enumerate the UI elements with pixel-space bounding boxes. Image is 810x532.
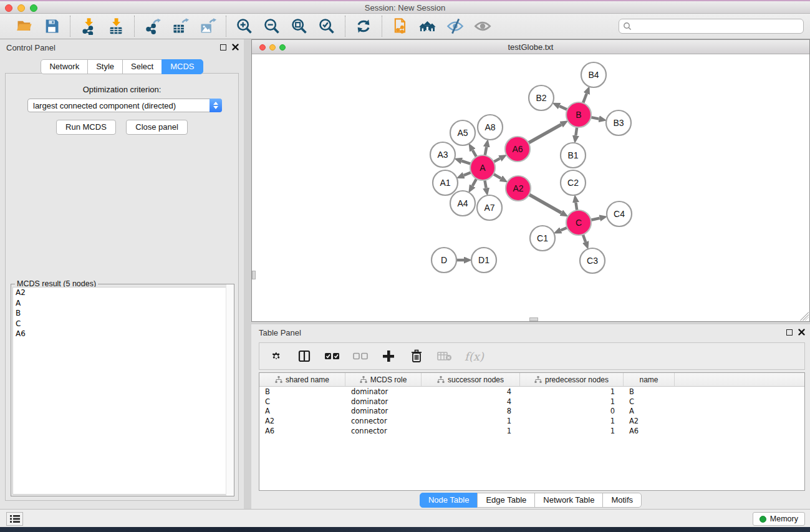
close-panel-button[interactable]: Close panel [126, 120, 188, 135]
export-network-icon[interactable] [143, 17, 162, 36]
mcds-result-item[interactable]: A [13, 298, 232, 309]
table-row[interactable]: A2connector11A2 [259, 416, 804, 426]
select-all-icon[interactable] [324, 348, 340, 364]
table-cell[interactable]: 4 [422, 397, 520, 406]
network-node-label: A3 [437, 150, 448, 160]
table-cell[interactable]: C [259, 397, 345, 406]
search-input[interactable] [634, 22, 799, 31]
mcds-result-scrollbar[interactable] [226, 284, 234, 496]
table-cell[interactable]: 1 [422, 427, 520, 435]
network-node-label: B1 [567, 150, 578, 160]
tab-motifs[interactable]: Motifs [602, 493, 642, 508]
zoom-in-icon[interactable] [235, 17, 254, 36]
export-table-icon[interactable] [171, 17, 190, 36]
tab-mcds[interactable]: MCDS [162, 59, 203, 74]
column-settings-gear-icon[interactable] [268, 348, 284, 364]
resize-grip-icon[interactable] [800, 312, 809, 321]
network-edge-A2-C[interactable] [528, 194, 562, 213]
main-area: Control Panel NetworkStyleSelectMCDS Opt… [0, 39, 810, 509]
column-header[interactable]: MCDS role [345, 373, 422, 386]
table-cell[interactable]: connector [345, 417, 422, 425]
network-node-label: A6 [512, 144, 523, 154]
table-cell[interactable]: 0 [520, 407, 624, 415]
mcds-result-list[interactable]: A2ABCA6 [12, 287, 233, 495]
first-neighbors-icon[interactable] [418, 17, 437, 36]
import-network-icon[interactable] [79, 17, 98, 36]
table-cell[interactable]: 1 [520, 387, 624, 396]
table-cell[interactable]: 1 [520, 417, 624, 425]
close-panel-icon[interactable] [232, 44, 239, 51]
mcds-result-item[interactable]: A2 [13, 288, 232, 298]
float-panel-icon[interactable] [786, 329, 793, 336]
table-cell[interactable]: B [259, 387, 345, 396]
splitter-handle[interactable] [252, 271, 256, 279]
table-cell[interactable]: 4 [422, 387, 520, 396]
table-cell[interactable]: dominator [345, 407, 422, 415]
function-builder-icon[interactable]: f(x) [465, 350, 484, 363]
search-field[interactable] [619, 19, 804, 34]
float-panel-icon[interactable] [220, 44, 226, 51]
splitter-handle[interactable] [529, 317, 538, 321]
network-canvas[interactable]: AA1A3A5A8A4A7A6A2BB1B2B3B4CC1C2C3C4DD1 [253, 54, 809, 321]
network-node-label: A4 [457, 198, 468, 208]
network-window-titlebar[interactable]: testGlobe.txt [252, 40, 809, 54]
network-from-document-icon[interactable] [391, 17, 410, 36]
network-edge-A6-B[interactable] [528, 125, 561, 144]
table-row[interactable]: A6connector11A6 [259, 426, 804, 436]
table-cell[interactable]: A2 [259, 417, 345, 425]
column-header[interactable]: predecessor nodes [520, 373, 624, 386]
table-cell[interactable]: A6 [624, 427, 675, 435]
table-row[interactable]: Adominator80A [259, 407, 804, 417]
tab-network-table[interactable]: Network Table [534, 493, 603, 508]
table-row[interactable]: Bdominator41B [259, 387, 804, 397]
tab-node-table[interactable]: Node Table [420, 493, 478, 508]
window-title: Session: New Session [0, 3, 810, 12]
mcds-result-item[interactable]: B [13, 308, 232, 319]
import-table-icon[interactable] [107, 17, 125, 36]
table-cell[interactable]: B [624, 387, 675, 396]
zoom-out-icon[interactable] [263, 17, 281, 36]
open-session-icon[interactable] [15, 17, 34, 36]
column-header-label: name [639, 375, 658, 384]
tab-style[interactable]: Style [87, 59, 123, 74]
column-header[interactable]: name [624, 373, 675, 386]
task-history-button[interactable] [6, 512, 23, 526]
add-row-icon[interactable] [380, 348, 397, 364]
mcds-result-item[interactable]: C [13, 319, 232, 329]
table-cell[interactable]: 1 [520, 397, 624, 406]
run-mcds-button[interactable]: Run MCDS [56, 120, 116, 135]
table-panel-title: Table Panel [259, 328, 301, 337]
tab-edge-table[interactable]: Edge Table [477, 493, 535, 508]
mcds-result-item[interactable]: A6 [13, 329, 232, 339]
export-image-icon[interactable] [198, 17, 217, 36]
optimization-criterion-select[interactable]: largest connected component (directed) [27, 99, 222, 112]
tab-network[interactable]: Network [41, 59, 88, 74]
delete-table-icon[interactable] [436, 348, 453, 364]
table-cell[interactable]: 1 [520, 427, 624, 435]
column-header[interactable]: shared name [259, 373, 345, 386]
table-cell[interactable]: A6 [259, 427, 345, 435]
table-cell[interactable]: A2 [624, 417, 675, 425]
table-cell[interactable]: A [259, 407, 345, 415]
zoom-selected-icon[interactable] [317, 17, 336, 36]
table-cell[interactable]: 1 [422, 417, 520, 425]
delete-row-icon[interactable] [408, 348, 425, 364]
table-row[interactable]: Cdominator41C [259, 397, 804, 407]
zoom-fit-icon[interactable] [290, 17, 309, 36]
tab-select[interactable]: Select [122, 59, 162, 74]
close-panel-icon[interactable] [798, 329, 805, 336]
table-cell[interactable]: dominator [345, 387, 422, 396]
show-column-icon[interactable] [296, 348, 312, 364]
deselect-all-icon[interactable] [352, 348, 369, 364]
table-cell[interactable]: A [624, 407, 675, 415]
memory-button[interactable]: Memory [753, 512, 805, 526]
refresh-layout-icon[interactable] [354, 17, 373, 36]
table-cell[interactable]: dominator [345, 397, 422, 406]
column-header[interactable]: successor nodes [422, 373, 520, 386]
table-cell[interactable]: C [624, 397, 675, 406]
table-cell[interactable]: 8 [422, 407, 520, 415]
hide-selected-icon[interactable] [446, 17, 465, 36]
show-all-icon[interactable] [473, 17, 492, 36]
table-cell[interactable]: connector [345, 427, 422, 435]
save-session-icon[interactable] [42, 17, 61, 36]
